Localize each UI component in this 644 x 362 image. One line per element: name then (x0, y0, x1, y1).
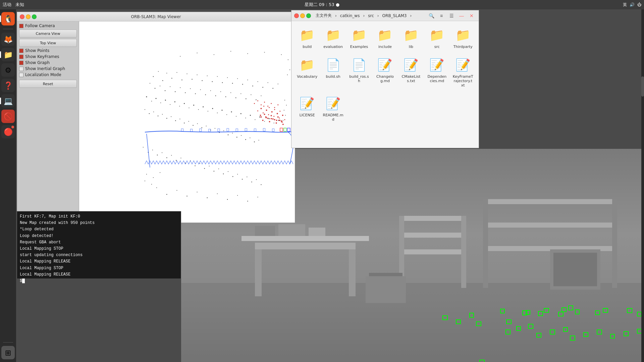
svg-point-41 (220, 92, 221, 92)
show-points-checkbox[interactable] (19, 49, 23, 53)
dock-icon-block2[interactable]: 🔴 (1, 125, 15, 138)
breadcrumb-home[interactable]: 主文件夹 (314, 12, 334, 19)
file-dependencies[interactable]: 📝 Dependencies.md (425, 55, 448, 89)
svg-point-194 (272, 118, 274, 120)
file-keyframe-trajectory[interactable]: 📝 KeyFrameTrajectory.txt (451, 55, 475, 89)
svg-point-138 (217, 193, 218, 194)
show-keyframes-checkbox[interactable] (19, 55, 23, 59)
lang-label[interactable]: 英 (623, 2, 627, 8)
folder-vocabulary[interactable]: 📁 Vocabulary (296, 55, 319, 89)
svg-point-58 (184, 103, 185, 104)
svg-point-74 (259, 116, 260, 117)
svg-point-99 (232, 133, 233, 133)
file-readme[interactable]: 📝 README.md (321, 94, 344, 124)
breadcrumb-orbslam3[interactable]: ORB_SLAM3 (380, 13, 409, 19)
file-build-ros-sh[interactable]: 📄 build_ros.sh (347, 55, 371, 89)
menu-button[interactable]: ☰ (447, 11, 456, 20)
breadcrumb-src[interactable]: src (366, 13, 376, 19)
svg-point-82 (158, 116, 158, 116)
folder-evaluation[interactable]: 📁 evaluation (321, 25, 344, 51)
camera-view-button[interactable]: Camera View (19, 29, 77, 38)
svg-point-165 (263, 106, 264, 107)
folder-lib[interactable]: 📁 lib (399, 25, 423, 51)
svg-point-93 (206, 126, 207, 126)
file-license[interactable]: 📝 LICENSE (296, 94, 319, 124)
view-toggle-button[interactable]: ≡ (437, 11, 446, 20)
folder-thirdparty[interactable]: 📁 Thirdparty (451, 25, 475, 51)
file-grid-row1: 📁 build 📁 evaluation 📁 Examples 📁 includ… (291, 21, 479, 55)
scrollbar[interactable] (641, 9, 644, 362)
svg-point-60 (193, 105, 194, 106)
svg-point-10 (197, 74, 198, 75)
svg-point-204 (274, 107, 275, 108)
follow-camera-checkbox[interactable] (19, 24, 23, 28)
file-readme-icon: 📝 (325, 96, 341, 112)
svg-point-56 (174, 101, 175, 102)
show-graph-checkbox[interactable] (19, 61, 23, 65)
svg-point-15 (222, 82, 223, 83)
close-button[interactable] (20, 14, 24, 19)
dock-icon-help[interactable]: ❓ (1, 79, 15, 92)
show-inertial-checkbox[interactable] (19, 67, 23, 71)
volume-icon[interactable]: 🔊 (630, 2, 635, 7)
svg-point-38 (205, 94, 206, 95)
folder-include[interactable]: 📁 include (373, 25, 396, 51)
breadcrumb-catkin[interactable]: catkin_ws (338, 13, 362, 19)
dock-icon-block1[interactable]: 🚫 (1, 110, 15, 123)
fm-minimize-button[interactable] (300, 13, 305, 18)
svg-point-197 (282, 124, 284, 125)
folder-src[interactable]: 📁 src (425, 25, 448, 51)
minimize-wm-button[interactable]: — (457, 11, 466, 20)
svg-point-33 (180, 87, 180, 88)
dock-icon-firefox[interactable]: 🦊 (1, 33, 15, 46)
map-viewer-title: ORB-SLAM3: Map Viewer (131, 14, 181, 19)
power-icon[interactable]: ⏻ (637, 2, 641, 7)
map-canvas[interactable] (79, 21, 295, 223)
dock-icon-apps[interactable]: ⊞ (1, 346, 15, 359)
activities-label[interactable]: 活动 (3, 2, 11, 8)
svg-point-177 (268, 114, 269, 115)
terminal-prompt[interactable]: $ (20, 278, 178, 284)
terminal-cursor (22, 279, 25, 283)
svg-point-101 (241, 135, 241, 136)
file-build-sh[interactable]: 📄 build.sh (321, 55, 344, 89)
follow-camera-row: Follow Camera (19, 23, 77, 28)
breadcrumb-sep-3: › (377, 13, 379, 18)
svg-point-34 (185, 92, 185, 93)
scrollbar-thumb[interactable] (641, 76, 644, 97)
svg-point-120 (209, 166, 210, 167)
file-changelog[interactable]: 📝 Changelog.md (373, 55, 396, 89)
svg-point-129 (251, 182, 252, 182)
localization-checkbox[interactable] (19, 73, 23, 77)
maximize-button[interactable] (32, 14, 37, 19)
fm-maximize-button[interactable] (306, 13, 311, 18)
svg-point-27 (150, 83, 150, 83)
close-wm-button[interactable]: ✕ (467, 11, 476, 20)
svg-point-84 (166, 118, 167, 119)
top-view-button[interactable]: Top View (19, 39, 77, 47)
svg-point-75 (264, 121, 265, 122)
svg-point-111 (166, 157, 167, 158)
svg-point-168 (271, 111, 273, 113)
dock-icon-ubuntu[interactable]: 🐧 (1, 12, 15, 25)
reset-button[interactable]: Reset (19, 80, 77, 88)
file-keyframe-trajectory-label: KeyFrameTrajectory.txt (453, 74, 473, 87)
svg-point-118 (200, 163, 200, 164)
terminal-line-10: Local Mapping RELEASE (20, 272, 178, 278)
folder-build[interactable]: 📁 build (296, 25, 319, 51)
svg-point-188 (274, 119, 275, 120)
dock-icon-settings[interactable]: ⚙ (1, 63, 15, 77)
folder-examples[interactable]: 📁 Examples (347, 25, 371, 51)
show-points-label: Show Points (25, 48, 49, 53)
fm-close-button[interactable] (294, 13, 299, 18)
svg-point-199 (257, 100, 258, 101)
search-button[interactable]: 🔍 (427, 11, 436, 20)
dock-icon-files[interactable]: 📁 (1, 48, 15, 61)
svg-point-193 (269, 121, 270, 122)
file-cmakelists[interactable]: 📝 CMakeLists.txt (399, 55, 423, 89)
svg-point-103 (250, 137, 250, 138)
svg-point-51 (151, 101, 152, 102)
svg-point-139 (227, 199, 228, 200)
minimize-button[interactable] (26, 14, 31, 19)
dock-icon-terminal[interactable]: 💻 (1, 94, 15, 108)
